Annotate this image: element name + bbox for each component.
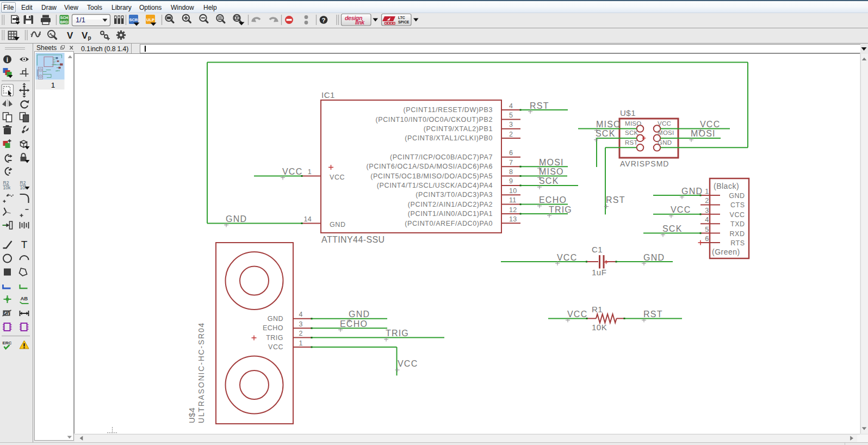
svg-text:GND: GND bbox=[268, 315, 283, 323]
svg-text:12: 12 bbox=[509, 206, 517, 214]
svg-text:ERC: ERC bbox=[3, 341, 12, 345]
svg-text:GND: GND bbox=[681, 187, 703, 196]
svg-text:GND: GND bbox=[349, 310, 370, 319]
svg-text:SCK: SCK bbox=[662, 224, 683, 233]
svg-text:TRIG: TRIG bbox=[386, 329, 409, 338]
svg-text:RXD: RXD bbox=[730, 230, 745, 238]
svg-text:MOSI: MOSI bbox=[539, 158, 564, 167]
svg-text:4: 4 bbox=[705, 216, 709, 224]
svg-text:GND: GND bbox=[729, 192, 745, 200]
svg-text:VCC: VCC bbox=[557, 253, 577, 262]
svg-text:2: 2 bbox=[509, 131, 513, 138]
svg-text:VCC: VCC bbox=[268, 343, 283, 351]
svg-text:VCC: VCC bbox=[567, 310, 587, 319]
svg-text:link: link bbox=[355, 19, 365, 26]
svg-text:GND: GND bbox=[643, 253, 665, 262]
svg-text:RTS: RTS bbox=[730, 239, 745, 247]
svg-text:10k: 10k bbox=[3, 185, 11, 190]
svg-text:V: V bbox=[82, 30, 88, 41]
svg-text:6: 6 bbox=[705, 235, 709, 243]
svg-text:AB: AB bbox=[21, 295, 28, 301]
svg-text:7: 7 bbox=[509, 159, 513, 166]
svg-text:6: 6 bbox=[509, 149, 513, 157]
svg-text:10K: 10K bbox=[592, 323, 607, 332]
svg-text:RST: RST bbox=[606, 195, 625, 205]
svg-text:4: 4 bbox=[299, 311, 303, 318]
svg-text:LTC: LTC bbox=[398, 16, 405, 20]
svg-text:SCK: SCK bbox=[596, 129, 616, 138]
svg-text:(PCINT1/AIN0/ADC1)PA1: (PCINT1/AIN0/ADC1)PA1 bbox=[408, 210, 493, 218]
svg-text:VCC: VCC bbox=[700, 120, 720, 129]
svg-text:MISO: MISO bbox=[596, 120, 621, 129]
svg-text:VCC: VCC bbox=[658, 120, 671, 127]
svg-text:13: 13 bbox=[509, 215, 517, 223]
svg-text:(PCINT9/XTAL2)PB1: (PCINT9/XTAL2)PB1 bbox=[424, 125, 493, 133]
svg-text:SCK: SCK bbox=[625, 129, 638, 136]
svg-text:(PCINT4/T1/SCL/USCK/ADC4)PA4: (PCINT4/T1/SCL/USCK/ADC4)PA4 bbox=[377, 182, 493, 189]
svg-text:U$4: U$4 bbox=[187, 407, 196, 423]
svg-text:C1: C1 bbox=[592, 245, 603, 254]
svg-text:SPICE: SPICE bbox=[398, 20, 410, 24]
svg-text:VCC: VCC bbox=[398, 359, 418, 368]
svg-text:GND: GND bbox=[330, 221, 346, 228]
svg-text:(PCINT8/XTAL1/CLKI)PB0: (PCINT8/XTAL1/CLKI)PB0 bbox=[405, 134, 493, 142]
svg-text:TRIG: TRIG bbox=[549, 205, 572, 214]
svg-text:(PCINT3/T0/ADC3)PA3: (PCINT3/T0/ADC3)PA3 bbox=[416, 191, 493, 199]
svg-text:TRIG: TRIG bbox=[266, 334, 283, 342]
svg-text:?: ? bbox=[321, 17, 325, 23]
svg-text:CTS: CTS bbox=[730, 201, 745, 209]
svg-text:V: V bbox=[67, 30, 73, 41]
svg-text:RST: RST bbox=[530, 101, 549, 110]
svg-text:VCC: VCC bbox=[282, 167, 302, 176]
svg-text:GND: GND bbox=[226, 214, 247, 224]
svg-text:3: 3 bbox=[299, 320, 303, 328]
svg-text:(PCINT6/OC1A/SDA/MOSI/ADC6)PA6: (PCINT6/OC1A/SDA/MOSI/ADC6)PA6 bbox=[367, 163, 493, 170]
svg-text:14: 14 bbox=[303, 215, 312, 223]
svg-text:IC1: IC1 bbox=[321, 90, 335, 100]
svg-text:1/1: 1/1 bbox=[76, 16, 85, 24]
svg-text:(Green): (Green) bbox=[712, 248, 740, 256]
svg-text:ECHO: ECHO bbox=[263, 324, 283, 332]
svg-text:9: 9 bbox=[509, 177, 513, 185]
svg-text:2: 2 bbox=[299, 330, 303, 337]
svg-text:U$1: U$1 bbox=[620, 108, 636, 118]
svg-text:ULTRASONIC-HC-SR04: ULTRASONIC-HC-SR04 bbox=[197, 322, 206, 423]
svg-text:5: 5 bbox=[509, 112, 513, 119]
svg-text:1: 1 bbox=[51, 81, 55, 89]
svg-text:3: 3 bbox=[705, 207, 709, 214]
svg-text:SCH: SCH bbox=[60, 16, 69, 20]
svg-text:GND: GND bbox=[658, 139, 672, 146]
svg-text:SCR: SCR bbox=[129, 17, 138, 22]
svg-text:ECHO: ECHO bbox=[340, 319, 368, 329]
svg-text:SCK: SCK bbox=[539, 176, 559, 186]
svg-text:11: 11 bbox=[509, 196, 517, 204]
svg-text:MOSI: MOSI bbox=[691, 129, 716, 138]
svg-text:2: 2 bbox=[705, 197, 709, 205]
svg-text:ECHO: ECHO bbox=[539, 195, 567, 205]
svg-text:(Black): (Black) bbox=[714, 182, 739, 190]
svg-text:(PCINT11/RESET/DW)PB3: (PCINT11/RESET/DW)PB3 bbox=[404, 106, 493, 114]
svg-text:RST: RST bbox=[643, 310, 663, 319]
svg-text:3: 3 bbox=[509, 121, 513, 128]
svg-text:i: i bbox=[7, 56, 8, 64]
svg-text:T: T bbox=[21, 239, 28, 250]
svg-text:MISO: MISO bbox=[539, 167, 564, 176]
svg-text:(PCINT0/AREF/ADC0)PA0: (PCINT0/AREF/ADC0)PA0 bbox=[405, 220, 493, 227]
svg-text:R1: R1 bbox=[592, 305, 603, 314]
svg-text:MOSI: MOSI bbox=[658, 129, 674, 136]
svg-text:RST: RST bbox=[625, 139, 638, 146]
svg-text:10: 10 bbox=[509, 187, 517, 195]
svg-text:(PCINT10/INT0/OC0A/CKOUT)PB2: (PCINT10/INT0/OC0A/CKOUT)PB2 bbox=[376, 116, 493, 123]
svg-text:VCC: VCC bbox=[671, 205, 691, 214]
svg-text:VCC: VCC bbox=[730, 211, 745, 219]
svg-text:ATTINY44-SSU: ATTINY44-SSU bbox=[321, 235, 385, 244]
svg-text:AVRISPSMD: AVRISPSMD bbox=[620, 159, 669, 168]
svg-text:BRD: BRD bbox=[60, 20, 68, 24]
svg-text:MISO: MISO bbox=[625, 120, 642, 127]
svg-text:8: 8 bbox=[509, 168, 513, 176]
svg-text:p: p bbox=[88, 35, 91, 41]
svg-text:1: 1 bbox=[705, 188, 709, 195]
svg-text:5: 5 bbox=[705, 226, 709, 233]
svg-text:(PCINT2/AIN1/ADC2)PA2: (PCINT2/AIN1/ADC2)PA2 bbox=[408, 201, 493, 208]
svg-text:(PCINT7/ICP/OC0B/ADC7)PA7: (PCINT7/ICP/OC0B/ADC7)PA7 bbox=[390, 153, 493, 161]
